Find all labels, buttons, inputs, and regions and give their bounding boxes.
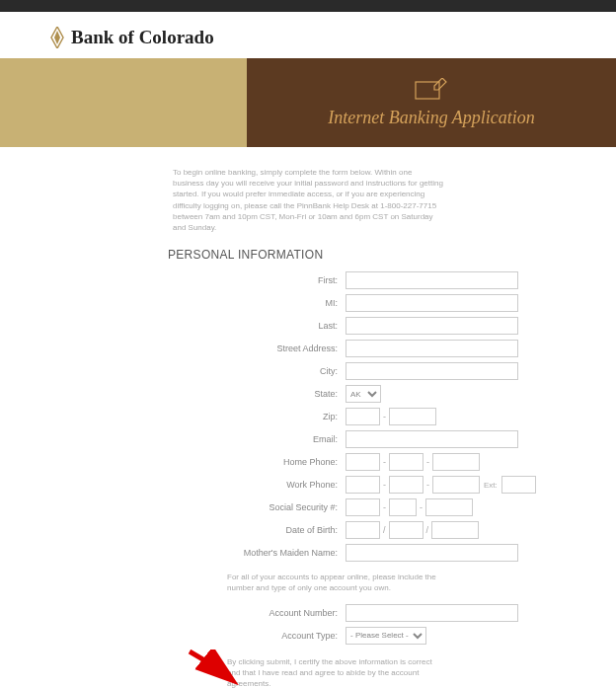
email-input[interactable] bbox=[346, 430, 518, 448]
street-label: Street Address: bbox=[54, 344, 346, 353]
maiden-input[interactable] bbox=[346, 544, 518, 562]
home-phone1[interactable] bbox=[346, 453, 380, 471]
zip2-input[interactable] bbox=[389, 408, 436, 425]
work-phone-ext[interactable] bbox=[501, 476, 536, 494]
section-title: PERSONAL INFORMATION bbox=[54, 248, 557, 262]
street-input[interactable] bbox=[346, 340, 518, 357]
home-phone2[interactable] bbox=[389, 453, 424, 471]
edit-form-icon bbox=[415, 78, 448, 100]
hero-title: Internet Banking Application bbox=[328, 108, 535, 128]
hero-left-block bbox=[0, 58, 247, 147]
last-input[interactable] bbox=[346, 317, 518, 335]
city-label: City: bbox=[54, 366, 346, 376]
hero-right-block: Internet Banking Application bbox=[247, 58, 616, 147]
ssn1[interactable] bbox=[346, 498, 380, 516]
state-label: State: bbox=[54, 389, 346, 399]
hero-banner: Internet Banking Application bbox=[0, 58, 616, 147]
zip1-input[interactable] bbox=[346, 408, 380, 425]
header: Bank of Colorado bbox=[0, 12, 616, 58]
city-input[interactable] bbox=[346, 362, 518, 380]
zip-label: Zip: bbox=[54, 412, 346, 421]
ssn3[interactable] bbox=[425, 498, 473, 516]
work-phone1[interactable] bbox=[346, 476, 380, 494]
intro-text: To begin online banking, simply complete… bbox=[54, 167, 557, 233]
dob-label: Date of Birth: bbox=[54, 525, 346, 535]
bank-logo-icon bbox=[49, 27, 65, 48]
ssn2[interactable] bbox=[389, 498, 417, 516]
account-type-select[interactable]: - Please Select - bbox=[346, 627, 426, 645]
content-area: To begin online banking, simply complete… bbox=[0, 147, 616, 688]
dob2[interactable] bbox=[389, 521, 424, 539]
first-input[interactable] bbox=[346, 271, 518, 289]
account-note: For all of your accounts to appear onlin… bbox=[54, 572, 557, 593]
maiden-label: Mother's Maiden Name: bbox=[54, 548, 346, 558]
ext-label: Ext: bbox=[484, 481, 498, 490]
work-phone3[interactable] bbox=[432, 476, 480, 494]
mi-label: MI: bbox=[54, 298, 346, 308]
last-label: Last: bbox=[54, 321, 346, 331]
account-number-input[interactable] bbox=[346, 604, 518, 622]
first-label: First: bbox=[54, 275, 346, 285]
dob3[interactable] bbox=[431, 521, 479, 539]
zip-sep: - bbox=[383, 412, 386, 421]
brand-name: Bank of Colorado bbox=[71, 27, 214, 48]
email-label: Email: bbox=[54, 434, 346, 444]
disclaimer-text: By clicking submit, I certify the above … bbox=[54, 656, 557, 689]
work-phone2[interactable] bbox=[389, 476, 424, 494]
account-number-label: Account Number: bbox=[54, 608, 346, 618]
state-select[interactable]: AK bbox=[346, 385, 381, 403]
work-phone-label: Work Phone: bbox=[54, 480, 346, 490]
home-phone-label: Home Phone: bbox=[54, 457, 346, 467]
top-bar bbox=[0, 0, 616, 12]
dob1[interactable] bbox=[346, 521, 380, 539]
ssn-label: Social Security #: bbox=[54, 502, 346, 512]
account-type-label: Account Type: bbox=[54, 631, 346, 641]
home-phone3[interactable] bbox=[432, 453, 480, 471]
mi-input[interactable] bbox=[346, 294, 518, 312]
